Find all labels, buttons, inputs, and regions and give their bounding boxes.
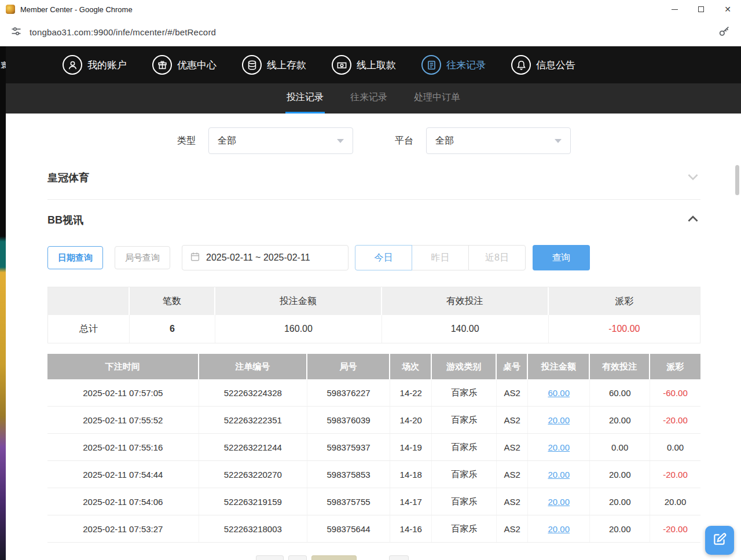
date-range-input[interactable]: 2025-02-11 ~ 2025-02-11: [182, 245, 349, 270]
section-divider: [47, 199, 700, 200]
cell-valid-bet: 20.00: [590, 407, 650, 433]
nav-label: 往来记录: [446, 58, 486, 72]
cell-session: 14-16: [390, 515, 432, 542]
tab-processing-orders[interactable]: 处理中订单: [413, 83, 461, 114]
section-bb-video[interactable]: BB视讯: [47, 208, 700, 232]
summary-total-row: 总计 6 160.00 140.00 -100.00: [48, 315, 700, 343]
scrollbar-thumb[interactable]: [735, 165, 739, 195]
cell-session: 14-17: [390, 488, 432, 515]
chevron-down-icon[interactable]: [685, 169, 700, 186]
table-row: 2025-02-11 07:55:16 522263221244 5983759…: [47, 434, 700, 461]
url-text[interactable]: tongbao31.com:9900/infe/mcenter/#/betRec…: [30, 27, 710, 37]
last-8-days-button[interactable]: 近8日: [468, 245, 526, 270]
tab-bet-records[interactable]: 投注记录: [285, 83, 325, 114]
bet-record-content: 类型 全部 平台 全部 皇冠体育: [6, 114, 741, 560]
cell-bet-number: 522263220270: [199, 461, 307, 488]
today-button[interactable]: 今日: [355, 245, 412, 270]
cell-round-number: 598375937: [307, 434, 390, 460]
cell-round-number: 598376039: [307, 407, 390, 433]
cell-round-number: 598375755: [307, 488, 390, 515]
cell-payout: 0.00: [650, 434, 700, 460]
yesterday-button[interactable]: 昨日: [412, 245, 469, 270]
cell-bet-time: 2025-02-11 07:57:05: [47, 379, 199, 406]
close-button[interactable]: ✕: [714, 0, 741, 19]
platform-select[interactable]: 全部: [426, 127, 571, 154]
cell-bet-time: 2025-02-11 07:53:27: [47, 515, 199, 542]
table-row: 2025-02-11 07:57:05 522263224328 5983762…: [47, 379, 700, 407]
table-row: 2025-02-11 07:55:52 522263222351 5983760…: [47, 407, 700, 434]
password-key-icon[interactable]: [718, 25, 731, 40]
pagination-prev-button[interactable]: [256, 555, 284, 560]
cell-game-type: 百家乐: [432, 488, 497, 515]
cell-table-number: AS2: [497, 379, 528, 406]
type-select[interactable]: 全部: [208, 127, 353, 154]
cell-game-type: 百家乐: [432, 461, 497, 488]
url-bar: tongbao31.com:9900/infe/mcenter/#/betRec…: [0, 19, 741, 46]
deposit-icon: [242, 55, 262, 75]
date-range-value: 2025-02-11 ~ 2025-02-11: [206, 252, 310, 263]
summary-header-count: 笔数: [130, 287, 216, 315]
edit-pencil-icon: [712, 532, 727, 549]
query-controls: 日期查询 局号查询 2025-02-11 ~ 2025-02-11 今日: [47, 245, 700, 270]
header-table-number: 桌号: [497, 354, 528, 379]
section-crown-sports[interactable]: 皇冠体育: [47, 166, 700, 190]
summary-total-label: 总计: [48, 315, 130, 343]
cell-bet-time: 2025-02-11 07:55:16: [47, 434, 199, 460]
summary-header-payout: 派彩: [549, 287, 700, 315]
floating-edit-button[interactable]: [705, 526, 734, 555]
cell-bet-time: 2025-02-11 07:55:52: [47, 407, 199, 433]
cell-bet-amount-link[interactable]: 20.00: [528, 515, 590, 542]
site-settings-icon[interactable]: [10, 25, 22, 39]
cell-valid-bet: 20.00: [590, 488, 650, 515]
summary-corner-cell: [48, 287, 130, 315]
nav-item-online-deposit[interactable]: 线上存款: [242, 55, 306, 75]
cell-bet-amount-link[interactable]: 20.00: [528, 488, 590, 515]
cell-bet-amount-link[interactable]: 20.00: [528, 407, 590, 433]
cell-bet-amount-link[interactable]: 20.00: [528, 434, 590, 460]
cell-valid-bet: 60.00: [590, 379, 650, 406]
bet-records-table: 下注时间 注单编号 局号 场次 游戏类别 桌号 投注金额 有效投注 派彩 202…: [47, 354, 700, 543]
date-query-button[interactable]: 日期查询: [47, 246, 103, 269]
table-row: 2025-02-11 07:54:44 522263220270 5983758…: [47, 461, 700, 488]
nav-item-my-account[interactable]: 我的账户: [63, 55, 127, 75]
pagination-next-button[interactable]: [389, 555, 409, 560]
bell-icon: [511, 55, 531, 75]
pagination-current-button[interactable]: [311, 555, 357, 560]
pagination: [47, 555, 700, 560]
nav-item-transaction-records[interactable]: 往来记录: [421, 55, 486, 75]
nav-label: 线上取款: [357, 58, 396, 72]
tab-transaction-records[interactable]: 往来记录: [349, 83, 388, 114]
cell-session: 14-18: [390, 461, 432, 488]
minimize-button[interactable]: [661, 0, 688, 19]
cell-bet-time: 2025-02-11 07:54:44: [47, 461, 199, 488]
page-area: 寰 我的账户: [0, 46, 741, 560]
nav-item-announcements[interactable]: 信息公告: [511, 55, 575, 75]
nav-item-online-withdraw[interactable]: 线上取款: [332, 55, 396, 75]
pagination-page-button[interactable]: [288, 555, 307, 560]
summary-header-bet-amount: 投注金额: [215, 287, 381, 315]
chevron-up-icon[interactable]: [685, 211, 700, 229]
cell-table-number: AS2: [497, 461, 528, 488]
nav-item-promotions[interactable]: 优惠中心: [152, 55, 217, 75]
cell-valid-bet: 20.00: [590, 461, 650, 488]
maximize-button[interactable]: [688, 0, 714, 19]
cell-bet-number: 522263218003: [199, 515, 307, 542]
cell-payout: -20.00: [650, 461, 700, 488]
cell-bet-amount-link[interactable]: 20.00: [528, 461, 590, 488]
cell-payout: -20.00: [650, 407, 700, 433]
cell-bet-amount-link[interactable]: 60.00: [528, 379, 590, 406]
cell-table-number: AS2: [497, 434, 528, 460]
nav-label: 我的账户: [87, 58, 127, 72]
header-round-number: 局号: [307, 354, 390, 379]
platform-filter-label: 平台: [395, 135, 413, 147]
window-title: Member Center - Google Chrome: [20, 5, 661, 14]
header-valid-bet: 有效投注: [590, 354, 650, 379]
cell-valid-bet: 20.00: [590, 515, 650, 542]
summary-valid-bet-value: 140.00: [382, 315, 549, 343]
search-button[interactable]: 查询: [533, 245, 590, 270]
quick-date-segment: 今日 昨日 近8日: [355, 245, 526, 270]
cell-session: 14-22: [390, 379, 432, 406]
background-edge-glyph: 寰: [1, 60, 6, 71]
summary-table: 笔数 投注金额 有效投注 派彩 总计 6 160.00 140.00 -100.…: [47, 287, 700, 343]
round-query-button[interactable]: 局号查询: [115, 246, 170, 269]
